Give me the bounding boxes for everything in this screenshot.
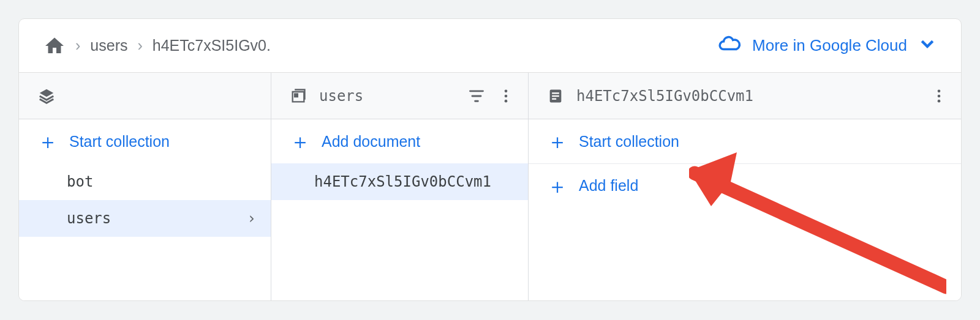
document-title: h4ETc7xSl5IGv0bCCvm1 bbox=[576, 87, 918, 105]
svg-point-1 bbox=[505, 89, 508, 92]
cloud-icon bbox=[718, 32, 741, 59]
start-collection-label: Start collection bbox=[69, 133, 170, 151]
add-document-label: Add document bbox=[322, 133, 420, 151]
svg-point-10 bbox=[938, 99, 941, 102]
more-link-label: More in Google Cloud bbox=[752, 36, 907, 55]
document-item-label: h4ETc7xSl5IGv0bCCvm1 bbox=[314, 173, 491, 190]
breadcrumb: › users › h4ETc7xSI5IGv0. bbox=[43, 35, 271, 57]
collection-item-label: bot bbox=[67, 173, 93, 190]
start-collection-button[interactable]: ＋ Start collection bbox=[19, 119, 271, 163]
collection-item-users[interactable]: users › bbox=[19, 200, 271, 237]
svg-rect-6 bbox=[552, 95, 559, 96]
svg-rect-7 bbox=[552, 98, 556, 99]
more-vert-icon[interactable] bbox=[930, 87, 948, 105]
svg-point-3 bbox=[505, 99, 508, 102]
collection-item-label: users bbox=[67, 210, 111, 227]
document-item[interactable]: h4ETc7xSl5IGv0bCCvm1 bbox=[271, 163, 528, 200]
chevron-down-icon bbox=[918, 34, 937, 57]
plus-icon: ＋ bbox=[547, 176, 568, 196]
root-icon bbox=[37, 87, 56, 105]
svg-point-2 bbox=[505, 94, 508, 97]
collection-column: users ＋ Add document h4ETc7xSl5IGv0bCCvm… bbox=[271, 73, 529, 300]
doc-start-collection-label: Start collection bbox=[579, 133, 679, 151]
doc-start-collection-button[interactable]: ＋ Start collection bbox=[529, 119, 961, 163]
root-column-header bbox=[19, 73, 271, 119]
more-vert-icon[interactable] bbox=[497, 87, 514, 105]
collection-column-header: users bbox=[271, 73, 528, 119]
filter-icon[interactable] bbox=[468, 87, 485, 105]
add-field-button[interactable]: ＋ Add field bbox=[529, 163, 961, 207]
plus-icon: ＋ bbox=[290, 131, 311, 152]
plus-icon: ＋ bbox=[37, 131, 58, 152]
breadcrumb-users[interactable]: users bbox=[90, 37, 127, 54]
document-column: h4ETc7xSl5IGv0bCCvm1 ＋ Start collection … bbox=[529, 73, 961, 300]
svg-point-8 bbox=[938, 89, 941, 92]
collection-title: users bbox=[319, 87, 456, 105]
chevron-right-icon: › bbox=[75, 37, 80, 54]
document-icon bbox=[547, 87, 564, 105]
collection-item-bot[interactable]: bot bbox=[19, 163, 271, 200]
chevron-right-icon: › bbox=[247, 210, 256, 227]
home-icon[interactable] bbox=[43, 35, 66, 57]
breadcrumb-doc[interactable]: h4ETc7xSI5IGv0. bbox=[153, 37, 271, 54]
collection-icon bbox=[290, 87, 307, 105]
root-column: ＋ Start collection bot users › bbox=[19, 73, 271, 300]
document-column-header: h4ETc7xSl5IGv0bCCvm1 bbox=[529, 73, 961, 119]
plus-icon: ＋ bbox=[547, 131, 568, 152]
add-document-button[interactable]: ＋ Add document bbox=[271, 119, 528, 163]
svg-rect-5 bbox=[552, 92, 559, 94]
svg-rect-0 bbox=[294, 93, 298, 97]
add-field-label: Add field bbox=[579, 177, 638, 195]
more-in-google-cloud-link[interactable]: More in Google Cloud bbox=[718, 32, 937, 59]
chevron-right-icon: › bbox=[137, 37, 142, 54]
svg-point-9 bbox=[938, 94, 941, 97]
